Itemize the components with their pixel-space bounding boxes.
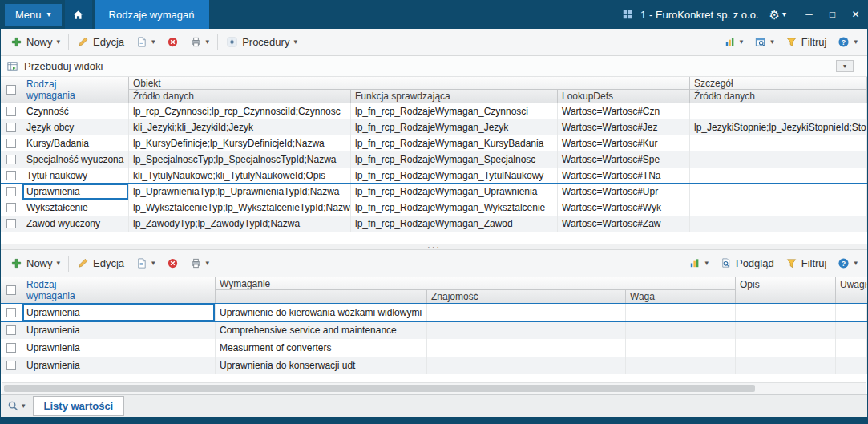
cell-znajomosc[interactable] bbox=[427, 357, 626, 374]
cell-rodzaj[interactable]: Uprawnienia bbox=[22, 339, 216, 357]
apps-grid-button[interactable] bbox=[616, 0, 639, 29]
cell-znajomosc[interactable] bbox=[427, 321, 626, 339]
select-all-checkbox[interactable] bbox=[6, 85, 16, 95]
view-selector-dropdown[interactable]: ▾ bbox=[836, 60, 854, 72]
column-header-opis[interactable]: Opis bbox=[736, 277, 836, 303]
cell-lookup[interactable]: Wartosc=Wartosc#Upr bbox=[558, 184, 690, 200]
row-checkbox[interactable] bbox=[6, 123, 16, 132]
table-row[interactable]: Wykształcenie lp_WyksztalcenieTyp;lp_Wyk… bbox=[1, 200, 867, 216]
table-row[interactable]: Uprawnienia Uprawnienia do konserwacji u… bbox=[1, 357, 867, 374]
band-header-szczegol[interactable]: Szczegół bbox=[690, 77, 867, 90]
table-row[interactable]: Język obcy kli_Jezyki;kli_JezykiId;Jezyk… bbox=[1, 119, 867, 135]
cell-zrodlo[interactable]: lp_WyksztalcenieTyp;lp_WyksztalcenieTypI… bbox=[129, 200, 351, 216]
row-checkbox[interactable] bbox=[6, 107, 16, 116]
table-row[interactable]: Czynność lp_rcp_Czynnosci;lp_rcp_Czynnos… bbox=[1, 103, 867, 119]
cell-waga[interactable] bbox=[626, 304, 736, 321]
column-header-rodzaj-wymagania[interactable]: Rodzaj wymagania bbox=[22, 277, 216, 303]
cell-funkcja[interactable]: lp_fn_rcp_RodzajeWymagan_Jezyk bbox=[351, 119, 558, 135]
cell-lookup[interactable]: Wartosc=Wartosc#Wyk bbox=[558, 200, 690, 216]
table-row[interactable]: Tytuł naukowy kli_TytulyNaukowe;kli_Tytu… bbox=[1, 168, 867, 184]
column-header-funkcja-sprawdzajaca[interactable]: Funkcja sprawdzająca bbox=[351, 90, 558, 103]
table-row-selected[interactable]: Uprawnienia lp_UprawnieniaTyp;lp_Uprawni… bbox=[1, 184, 867, 200]
minimize-button[interactable]: ─ bbox=[797, 0, 821, 29]
column-header-zrodlo-danych-szczegol[interactable]: Źródło danych bbox=[690, 90, 867, 103]
cell-opis[interactable] bbox=[736, 304, 836, 321]
cell-zrodlo[interactable]: kli_TytulyNaukowe;kli_TytulyNaukoweId;Op… bbox=[129, 168, 351, 184]
cell-rodzaj[interactable]: Uprawnienia bbox=[22, 357, 216, 374]
cell-funkcja[interactable]: lp_fn_rcp_RodzajeWymagan_Zawod bbox=[351, 216, 558, 232]
close-button[interactable]: ✕ bbox=[844, 0, 867, 29]
row-checkbox[interactable] bbox=[6, 325, 16, 335]
row-checkbox[interactable] bbox=[6, 308, 16, 317]
cell-uwagi[interactable] bbox=[836, 357, 867, 374]
menu-button[interactable]: Menu ▾ bbox=[5, 4, 62, 26]
row-checkbox[interactable] bbox=[6, 203, 16, 212]
home-button[interactable] bbox=[65, 0, 92, 29]
cell-funkcja[interactable]: lp_fn_rcp_RodzajeWymagan_KursyBadania bbox=[351, 135, 558, 151]
cell-szczegol[interactable] bbox=[690, 200, 867, 216]
band-header-obiekt[interactable]: Obiekt bbox=[129, 77, 690, 90]
procedures-button[interactable]: Procedury ▾ bbox=[220, 33, 303, 51]
delete-button[interactable] bbox=[161, 254, 184, 273]
cell-szczegol[interactable] bbox=[690, 103, 867, 119]
cell-lookup[interactable]: Wartosc=Wartosc#Czn bbox=[558, 103, 690, 119]
table-row[interactable]: Uprawnienia Comprehensive service and ma… bbox=[1, 321, 867, 339]
cell-zrodlo[interactable]: lp_rcp_Czynnosci;lp_rcp_CzynnosciId;Czyn… bbox=[129, 103, 351, 119]
cell-rodzaj[interactable]: Uprawnienia bbox=[22, 304, 216, 321]
cell-rodzaj[interactable]: Specjalność wyuczona bbox=[22, 151, 129, 168]
cell-zrodlo[interactable]: lp_SpecjalnoscTyp;lp_SpecjalnoscTypId;Na… bbox=[129, 151, 351, 168]
cell-szczegol[interactable]: lp_JezykiStopnie;lp_JezykiStopnieId;Stop… bbox=[690, 119, 867, 135]
cell-szczegol[interactable] bbox=[690, 168, 867, 184]
chart-button[interactable]: ▾ bbox=[683, 254, 714, 273]
copy-document-button[interactable]: ▾ bbox=[130, 254, 161, 273]
edit-button[interactable]: Edycja bbox=[71, 33, 130, 51]
cell-zrodlo[interactable]: lp_KursyDefinicje;lp_KursyDefinicjeId;Na… bbox=[129, 135, 351, 151]
copy-document-button[interactable]: ▾ bbox=[130, 33, 161, 51]
column-header-zrodlo-danych[interactable]: Źródło danych bbox=[129, 90, 351, 103]
cell-szczegol[interactable] bbox=[690, 184, 867, 200]
tab-listy-wartosci[interactable]: Listy wartości bbox=[33, 396, 125, 416]
column-header-uwagi[interactable]: Uwagi ‹ bbox=[836, 277, 867, 303]
select-all-checkbox[interactable] bbox=[6, 285, 16, 295]
cell-lookup[interactable]: Wartosc=Wartosc#TNa bbox=[558, 168, 690, 184]
settings-button[interactable]: ⚙ ▾ bbox=[769, 9, 786, 21]
edit-button[interactable]: Edycja bbox=[71, 254, 130, 273]
column-header-waga[interactable]: Waga bbox=[626, 290, 736, 303]
table-row[interactable]: Uprawnienia Measurment of converters bbox=[1, 339, 867, 357]
collapse-panel-icon[interactable]: ‹ bbox=[866, 279, 867, 289]
cell-funkcja[interactable]: lp_fn_rcp_RodzajeWymagan_TytulNaukowy bbox=[351, 168, 558, 184]
column-header-lookupdefs[interactable]: LookupDefs bbox=[558, 90, 690, 103]
cell-szczegol[interactable] bbox=[690, 135, 867, 151]
cell-rodzaj[interactable]: Kursy/Badania bbox=[22, 135, 129, 151]
filter-button[interactable]: Filtruj bbox=[780, 33, 833, 51]
help-button[interactable]: ? ▾ bbox=[832, 254, 863, 273]
cell-zrodlo[interactable]: lp_UprawnieniaTyp;lp_UprawnieniaTypId;Na… bbox=[129, 184, 351, 200]
row-checkbox[interactable] bbox=[6, 187, 16, 196]
cell-wymaganie[interactable]: Comprehensive service and maintenance bbox=[216, 321, 427, 339]
row-checkbox[interactable] bbox=[6, 219, 16, 228]
scrollbar-thumb[interactable] bbox=[4, 385, 755, 392]
cell-funkcja[interactable]: lp_fn_rcp_RodzajeWymagan_Specjalnosc bbox=[351, 151, 558, 168]
cell-rodzaj[interactable]: Czynność bbox=[22, 103, 129, 119]
cell-rodzaj[interactable]: Tytuł naukowy bbox=[22, 168, 129, 184]
cell-waga[interactable] bbox=[626, 339, 736, 357]
table-row[interactable]: Kursy/Badania lp_KursyDefinicje;lp_Kursy… bbox=[1, 135, 867, 151]
preview-button[interactable]: Podgląd bbox=[714, 254, 780, 273]
table-row-selected[interactable]: Uprawnienia Uprawnienie do kierowania wó… bbox=[1, 304, 867, 321]
cell-waga[interactable] bbox=[626, 321, 736, 339]
cell-uwagi[interactable] bbox=[836, 304, 867, 321]
cell-opis[interactable] bbox=[736, 339, 836, 357]
cell-znajomosc[interactable] bbox=[427, 339, 626, 357]
column-header-rodzaj-wymagania[interactable]: Rodzaj wymagania bbox=[22, 77, 129, 103]
cell-lookup[interactable]: Wartosc=Wartosc#Zaw bbox=[558, 216, 690, 232]
cell-rodzaj[interactable]: Uprawnienia bbox=[22, 321, 216, 339]
cell-rodzaj[interactable]: Wykształcenie bbox=[22, 200, 129, 216]
row-checkbox[interactable] bbox=[6, 155, 16, 164]
cell-lookup[interactable]: Wartosc=Wartosc#Jez bbox=[558, 119, 690, 135]
row-checkbox[interactable] bbox=[6, 343, 16, 353]
cell-szczegol[interactable] bbox=[690, 216, 867, 232]
chart-button[interactable]: ▾ bbox=[718, 33, 749, 51]
splitter-handle[interactable]: ··· bbox=[1, 244, 867, 250]
print-button[interactable]: ▾ bbox=[184, 254, 216, 273]
row-checkbox[interactable] bbox=[6, 361, 16, 370]
